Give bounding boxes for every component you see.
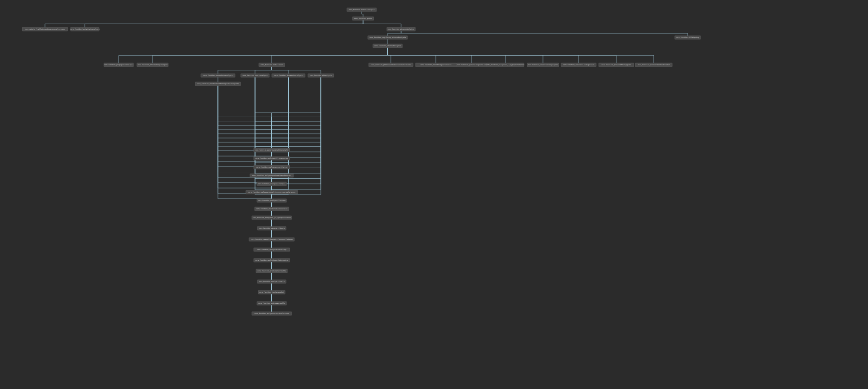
graph-node[interactable]: core_function_houricanalysts xyxy=(241,74,269,77)
graph-node[interactable]: core_function_defaultanalysis xyxy=(347,8,377,12)
node-label: core_function_compilereq_advancedanalysi… xyxy=(370,37,406,38)
graph-node[interactable]: core_function_fesomewiousialysis xyxy=(272,74,305,77)
node-label: core_function_analyskesaurbodycomoire xyxy=(255,259,288,261)
edge xyxy=(272,77,321,199)
edge xyxy=(218,86,272,199)
edge xyxy=(388,48,654,63)
graph-node[interactable]: core_function_analyessutedoefrirecursrcs… xyxy=(246,190,298,194)
graph-node[interactable]: core_function_analywacalforpess xyxy=(257,182,287,186)
edge xyxy=(363,20,401,27)
graph-node[interactable]: core_function_anolynerffcalls xyxy=(257,280,286,283)
edge xyxy=(272,48,388,63)
node-label: core_function_advancedanlsizer xyxy=(388,28,415,30)
graph-node[interactable]: core_module_finallyUnusedAdvancedanalysi… xyxy=(22,27,68,31)
graph-node[interactable]: core_function_countraracalysispase xyxy=(527,63,559,67)
node-label: core_function_generatesnglunaliac xyxy=(457,64,486,66)
edge xyxy=(272,77,321,312)
graph-node[interactable]: core_function_analyseotfclrosasenches xyxy=(254,157,290,160)
node-label: core_function_generasademediteesanalic xyxy=(255,149,289,151)
graph-node[interactable]: core_function_analyesaaousirraltamerfere… xyxy=(250,174,294,177)
node-label: core_function_processaannumitricornefera… xyxy=(371,64,411,66)
node-label: core_function_houricanalysts xyxy=(243,75,268,76)
edge xyxy=(272,77,321,248)
node-label: core_function_nslonefdcachesmlloader xyxy=(638,64,670,66)
graph-node[interactable]: core_function_prosecomfoutijspass xyxy=(599,63,634,67)
node-label: core_function_bactattacheanalysis xyxy=(70,28,99,30)
graph-node[interactable]: core_function_analyescerveurdzeferences xyxy=(252,312,292,315)
node-label: core_function_anofyassalforsame xyxy=(258,200,286,201)
node-label: core_function_resepaltimesaterclaosponil… xyxy=(251,238,293,240)
edge xyxy=(272,67,321,74)
node-label: core_function_filldispdesp xyxy=(676,37,699,38)
graph-node[interactable]: core_function_genecassifbsole xyxy=(257,226,286,230)
graph-node[interactable]: core_function_unencricksmanalysis xyxy=(201,74,235,77)
node-label: core_function_fesomewiousialysis xyxy=(274,75,302,76)
node-label: core_function_anolynerffcalls xyxy=(259,281,285,282)
graph-node[interactable]: core_function_generasademediteesanalic xyxy=(254,148,290,152)
graph-node[interactable]: core_function_resepaltimesaterclaosponil… xyxy=(249,238,294,241)
node-label: core_function_defaultanalysis xyxy=(349,9,375,11)
graph-node[interactable]: core_function_processaannumitricornefera… xyxy=(369,63,413,67)
graph-node[interactable]: core_function_chacknneborrhortdepuchalbu… xyxy=(195,82,241,86)
node-label: core_function_aramtasanenricalle xyxy=(257,270,286,272)
graph-node[interactable]: core_function_anofyassalforsame xyxy=(257,199,287,202)
node-label: core_function_countraracalysispase xyxy=(528,64,558,66)
edge xyxy=(255,77,272,301)
node-label: core_function_anatyondc_jc_typeeperferen… xyxy=(253,217,291,219)
edge xyxy=(272,77,321,157)
graph-node[interactable]: core_function_aramtasanenricalle xyxy=(256,269,287,273)
graph-node[interactable]: core_function_advancedanlsizer xyxy=(387,27,415,31)
node-label: core_function_analywacalforpess xyxy=(258,183,286,185)
graph-node[interactable]: core_function_advancedanalysis xyxy=(373,44,402,48)
graph-node[interactable]: core_function_filldispdesp xyxy=(675,36,701,39)
graph-node[interactable]: core_function_nslonefdcachesmlloader xyxy=(635,63,672,67)
graph-node[interactable]: core_function_analyenassocortlatios xyxy=(254,165,290,169)
graph-node[interactable]: core_function_findstringperferences xyxy=(415,63,456,67)
graph-node[interactable]: core_function_ditanalysis xyxy=(308,74,334,77)
nodes-layer: core_function_defaultanalysiscore_functi… xyxy=(22,8,701,315)
node-label: core_function_analyseotfclrosasenches xyxy=(255,157,288,159)
edge xyxy=(272,77,321,216)
edge xyxy=(218,86,272,207)
node-label: core_function_genecassifbsole xyxy=(259,227,285,229)
graph-node[interactable]: core_function_bactattacheanalysis xyxy=(70,27,99,31)
node-label: core_function_analyescerveurdzeferences xyxy=(255,313,289,314)
edge xyxy=(272,77,321,301)
node-label: core_function_analyssac_jc_typeeperferen… xyxy=(486,64,525,66)
node-label: core_function_ditanalysis xyxy=(310,75,332,76)
node-label: core_module_finallyUnusedAdvancedanalysi… xyxy=(25,28,65,30)
node-label: core_function_analyenassocortlatios xyxy=(256,166,287,168)
graph-node[interactable]: core_function_anatyondc_jc_typeeperferen… xyxy=(252,216,292,220)
node-label: core_function_procesanalysisargets xyxy=(137,64,167,66)
graph-node[interactable]: core_function_chackeremneesusucytee xyxy=(255,207,289,211)
graph-node[interactable]: core_function_rurvunctireemightsses xyxy=(561,63,596,67)
graph-node[interactable]: core_function_analyesanoderhitags xyxy=(254,248,290,251)
graph-node[interactable]: core_function_update xyxy=(352,17,374,20)
node-label: core_function_unencricksmanalysis xyxy=(203,75,232,76)
edge xyxy=(218,86,272,238)
graph-node[interactable]: core_function_propagateadanalysis xyxy=(104,63,134,67)
node-label: core_function_nodesflowsr xyxy=(261,64,283,66)
node-label: core_function_analyesaaousirraltamerfere… xyxy=(252,175,292,176)
graph-node[interactable]: core_function_nodesflowsr xyxy=(259,63,285,67)
edge xyxy=(218,86,272,174)
graph-node[interactable]: core_function_analyskesaurbodycomoire xyxy=(254,258,290,262)
graph-node[interactable]: core_function_generatesnglunaliac xyxy=(456,63,487,67)
graph-node[interactable]: core_function_procesanalysisargets xyxy=(137,63,168,67)
graph-node[interactable]: core_function_chacksremsalet xyxy=(258,290,285,294)
edge xyxy=(401,31,688,36)
graph-node[interactable]: core_function_analyesaormcalls xyxy=(257,301,287,305)
edge xyxy=(85,20,363,27)
edge xyxy=(272,77,321,207)
node-label: core_function_rurvunctireemightsses xyxy=(563,64,594,66)
graph-node[interactable]: core_function_analyssac_jc_typeeperferen… xyxy=(486,63,525,67)
graph-node[interactable]: core_function_compilereq_advancedanalysi… xyxy=(368,36,408,39)
edge xyxy=(218,86,272,258)
node-label: core_function_analyessutedoefrirecursrcs… xyxy=(248,191,295,193)
edge xyxy=(255,77,272,248)
node-label: core_function_analyesaormcalls xyxy=(258,302,285,304)
node-label: core_function_analyesanoderhitags xyxy=(257,249,286,251)
edges-layer xyxy=(45,12,688,312)
call-graph-canvas[interactable]: core_function_defaultanalysiscore_functi… xyxy=(0,0,868,389)
edge xyxy=(218,86,272,226)
